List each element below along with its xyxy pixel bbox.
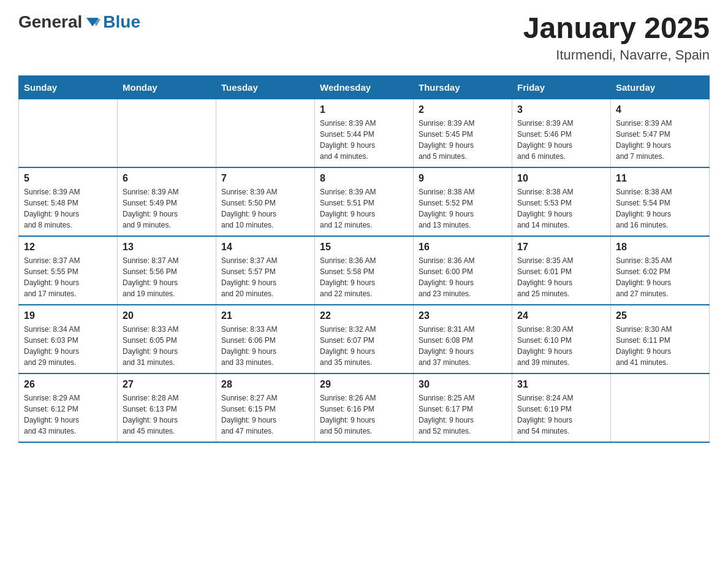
calendar-cell: 22Sunrise: 8:32 AM Sunset: 6:07 PM Dayli…	[315, 305, 414, 373]
day-info: Sunrise: 8:26 AM Sunset: 6:16 PM Dayligh…	[320, 393, 408, 437]
day-info: Sunrise: 8:39 AM Sunset: 5:45 PM Dayligh…	[419, 118, 507, 162]
calendar-location: Iturmendi, Navarre, Spain	[523, 47, 710, 63]
day-info: Sunrise: 8:39 AM Sunset: 5:51 PM Dayligh…	[320, 186, 408, 231]
calendar-cell: 11Sunrise: 8:38 AM Sunset: 5:54 PM Dayli…	[611, 167, 710, 236]
calendar-cell: 27Sunrise: 8:28 AM Sunset: 6:13 PM Dayli…	[118, 373, 216, 442]
day-number: 9	[419, 173, 507, 184]
calendar-cell	[611, 373, 710, 442]
day-info: Sunrise: 8:30 AM Sunset: 6:11 PM Dayligh…	[616, 324, 704, 368]
day-info: Sunrise: 8:30 AM Sunset: 6:10 PM Dayligh…	[517, 324, 605, 368]
calendar-cell: 19Sunrise: 8:34 AM Sunset: 6:03 PM Dayli…	[19, 305, 118, 373]
calendar-cell: 25Sunrise: 8:30 AM Sunset: 6:11 PM Dayli…	[611, 305, 710, 373]
day-number: 11	[616, 173, 704, 184]
day-number: 3	[517, 104, 605, 115]
weekday-header-monday: Monday	[118, 75, 216, 99]
day-info: Sunrise: 8:31 AM Sunset: 6:08 PM Dayligh…	[419, 324, 507, 368]
day-number: 6	[123, 173, 211, 184]
day-number: 1	[320, 104, 408, 115]
logo-text-blue: Blue	[103, 12, 140, 32]
calendar-week-5: 26Sunrise: 8:29 AM Sunset: 6:12 PM Dayli…	[19, 373, 710, 442]
day-info: Sunrise: 8:27 AM Sunset: 6:15 PM Dayligh…	[221, 393, 309, 437]
day-info: Sunrise: 8:38 AM Sunset: 5:52 PM Dayligh…	[419, 186, 507, 231]
calendar-cell: 2Sunrise: 8:39 AM Sunset: 5:45 PM Daylig…	[414, 99, 512, 167]
day-number: 28	[221, 379, 309, 390]
calendar-cell: 23Sunrise: 8:31 AM Sunset: 6:08 PM Dayli…	[414, 305, 512, 373]
day-number: 18	[616, 242, 704, 253]
day-number: 14	[221, 242, 309, 253]
calendar-cell: 16Sunrise: 8:36 AM Sunset: 6:00 PM Dayli…	[414, 236, 512, 305]
calendar-cell: 1Sunrise: 8:39 AM Sunset: 5:44 PM Daylig…	[315, 99, 414, 167]
day-number: 2	[419, 104, 507, 115]
day-number: 4	[616, 104, 704, 115]
calendar-table: SundayMondayTuesdayWednesdayThursdayFrid…	[18, 75, 710, 443]
calendar-week-2: 5Sunrise: 8:39 AM Sunset: 5:48 PM Daylig…	[19, 167, 710, 236]
calendar-cell: 13Sunrise: 8:37 AM Sunset: 5:56 PM Dayli…	[118, 236, 216, 305]
day-number: 10	[517, 173, 605, 184]
logo-text-general: General	[18, 12, 82, 32]
day-info: Sunrise: 8:34 AM Sunset: 6:03 PM Dayligh…	[24, 324, 112, 368]
day-number: 19	[24, 310, 112, 321]
day-number: 26	[24, 379, 112, 390]
calendar-cell: 26Sunrise: 8:29 AM Sunset: 6:12 PM Dayli…	[19, 373, 118, 442]
calendar-cell: 30Sunrise: 8:25 AM Sunset: 6:17 PM Dayli…	[414, 373, 512, 442]
weekday-header-saturday: Saturday	[611, 75, 710, 99]
day-number: 17	[517, 242, 605, 253]
weekday-header-sunday: Sunday	[19, 75, 118, 99]
calendar-cell: 24Sunrise: 8:30 AM Sunset: 6:10 PM Dayli…	[512, 305, 611, 373]
weekday-header-thursday: Thursday	[414, 75, 512, 99]
day-info: Sunrise: 8:38 AM Sunset: 5:53 PM Dayligh…	[517, 186, 605, 231]
title-block: January 2025 Iturmendi, Navarre, Spain	[523, 12, 710, 63]
day-info: Sunrise: 8:25 AM Sunset: 6:17 PM Dayligh…	[419, 393, 507, 437]
day-number: 22	[320, 310, 408, 321]
day-info: Sunrise: 8:24 AM Sunset: 6:19 PM Dayligh…	[517, 393, 605, 437]
calendar-cell: 7Sunrise: 8:39 AM Sunset: 5:50 PM Daylig…	[216, 167, 315, 236]
calendar-cell: 5Sunrise: 8:39 AM Sunset: 5:48 PM Daylig…	[19, 167, 118, 236]
day-info: Sunrise: 8:35 AM Sunset: 6:01 PM Dayligh…	[517, 255, 605, 299]
day-number: 31	[517, 379, 605, 390]
day-info: Sunrise: 8:39 AM Sunset: 5:47 PM Dayligh…	[616, 118, 704, 162]
calendar-header-row: SundayMondayTuesdayWednesdayThursdayFrid…	[19, 75, 710, 99]
calendar-cell: 3Sunrise: 8:39 AM Sunset: 5:46 PM Daylig…	[512, 99, 611, 167]
day-info: Sunrise: 8:38 AM Sunset: 5:54 PM Dayligh…	[616, 186, 704, 231]
day-number: 30	[419, 379, 507, 390]
day-info: Sunrise: 8:37 AM Sunset: 5:57 PM Dayligh…	[221, 255, 309, 299]
day-info: Sunrise: 8:33 AM Sunset: 6:06 PM Dayligh…	[221, 324, 309, 368]
day-info: Sunrise: 8:33 AM Sunset: 6:05 PM Dayligh…	[123, 324, 211, 368]
day-info: Sunrise: 8:39 AM Sunset: 5:46 PM Dayligh…	[517, 118, 605, 162]
calendar-cell	[216, 99, 315, 167]
day-info: Sunrise: 8:39 AM Sunset: 5:50 PM Dayligh…	[221, 186, 309, 231]
calendar-cell: 15Sunrise: 8:36 AM Sunset: 5:58 PM Dayli…	[315, 236, 414, 305]
day-info: Sunrise: 8:37 AM Sunset: 5:55 PM Dayligh…	[24, 255, 112, 299]
calendar-cell: 14Sunrise: 8:37 AM Sunset: 5:57 PM Dayli…	[216, 236, 315, 305]
day-info: Sunrise: 8:29 AM Sunset: 6:12 PM Dayligh…	[24, 393, 112, 437]
calendar-cell: 29Sunrise: 8:26 AM Sunset: 6:16 PM Dayli…	[315, 373, 414, 442]
weekday-header-wednesday: Wednesday	[315, 75, 414, 99]
calendar-cell: 12Sunrise: 8:37 AM Sunset: 5:55 PM Dayli…	[19, 236, 118, 305]
day-number: 13	[123, 242, 211, 253]
day-number: 25	[616, 310, 704, 321]
day-number: 15	[320, 242, 408, 253]
day-number: 24	[517, 310, 605, 321]
day-number: 20	[123, 310, 211, 321]
logo: General Blue	[18, 12, 140, 32]
calendar-cell: 28Sunrise: 8:27 AM Sunset: 6:15 PM Dayli…	[216, 373, 315, 442]
calendar-cell: 20Sunrise: 8:33 AM Sunset: 6:05 PM Dayli…	[118, 305, 216, 373]
day-number: 27	[123, 379, 211, 390]
calendar-cell: 8Sunrise: 8:39 AM Sunset: 5:51 PM Daylig…	[315, 167, 414, 236]
day-info: Sunrise: 8:35 AM Sunset: 6:02 PM Dayligh…	[616, 255, 704, 299]
day-info: Sunrise: 8:36 AM Sunset: 6:00 PM Dayligh…	[419, 255, 507, 299]
day-info: Sunrise: 8:37 AM Sunset: 5:56 PM Dayligh…	[123, 255, 211, 299]
day-info: Sunrise: 8:39 AM Sunset: 5:49 PM Dayligh…	[123, 186, 211, 231]
day-info: Sunrise: 8:39 AM Sunset: 5:44 PM Dayligh…	[320, 118, 408, 162]
day-info: Sunrise: 8:36 AM Sunset: 5:58 PM Dayligh…	[320, 255, 408, 299]
calendar-cell	[19, 99, 118, 167]
calendar-week-4: 19Sunrise: 8:34 AM Sunset: 6:03 PM Dayli…	[19, 305, 710, 373]
calendar-cell: 10Sunrise: 8:38 AM Sunset: 5:53 PM Dayli…	[512, 167, 611, 236]
day-number: 8	[320, 173, 408, 184]
day-info: Sunrise: 8:39 AM Sunset: 5:48 PM Dayligh…	[24, 186, 112, 231]
calendar-cell	[118, 99, 216, 167]
day-number: 23	[419, 310, 507, 321]
calendar-cell: 6Sunrise: 8:39 AM Sunset: 5:49 PM Daylig…	[118, 167, 216, 236]
page-header: General Blue January 2025 Iturmendi, Nav…	[18, 12, 710, 63]
calendar-cell: 9Sunrise: 8:38 AM Sunset: 5:52 PM Daylig…	[414, 167, 512, 236]
